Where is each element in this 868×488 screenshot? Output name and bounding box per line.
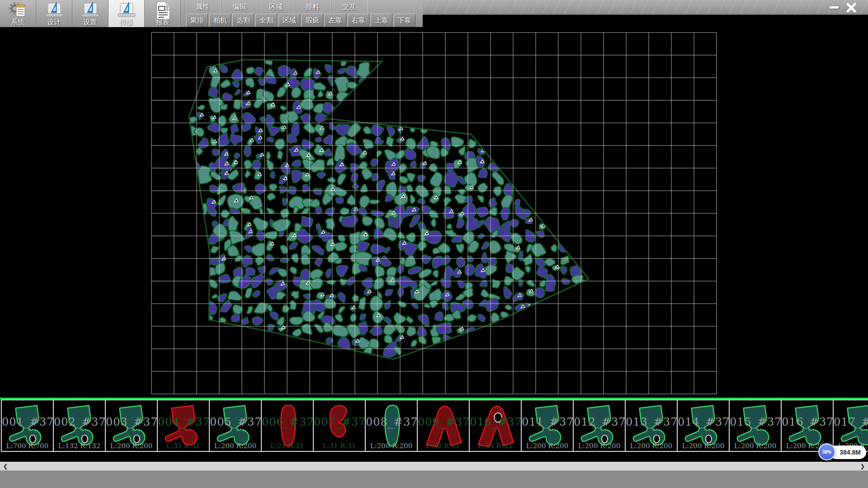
menu-tab-properties[interactable]: 属性: [184, 1, 221, 13]
part-shape: [212, 401, 259, 450]
menu-tab-edit[interactable]: 编辑: [221, 1, 258, 13]
part-shape: [420, 401, 467, 450]
app-tab-report[interactable]: 报表: [145, 0, 181, 27]
part-thumbnail-15[interactable]: 015_#37L:200 R:200: [729, 399, 782, 452]
app-tab-system[interactable]: 系统: [0, 0, 36, 27]
part-shape: [316, 401, 363, 450]
part-thumbnail-7[interactable]: 007_#37L:31 R:31: [313, 399, 366, 452]
menu-tab-region[interactable]: 区域: [258, 1, 294, 13]
app-tab-bar: 系统设计设置排版报表: [0, 0, 181, 27]
part-thumbnail-12[interactable]: 012_#37L:200 R:200: [573, 399, 626, 452]
part-thumbnail-4[interactable]: 004_#37L:31 R:31: [157, 399, 210, 452]
horizontal-scrollbar[interactable]: ❮ ❯: [0, 462, 868, 470]
tool-button-defect[interactable]: 瑕疵: [302, 14, 323, 27]
part-shape: [783, 401, 831, 450]
part-shape: [264, 401, 311, 450]
menu-bar: 属性编辑区域排料交互: [184, 1, 368, 13]
percent-circle: 38%: [818, 443, 835, 460]
nesting-canvas[interactable]: [0, 15, 868, 398]
app-tab-label: 设置: [72, 18, 108, 27]
part-thumbnail-11[interactable]: 011_#37L:200 R:200: [521, 399, 574, 452]
minimize-icon: [830, 6, 839, 9]
scroll-left-icon[interactable]: ❮: [0, 462, 11, 471]
canvas-svg: [0, 15, 868, 398]
tool-button-snap-right[interactable]: 右靠: [348, 14, 369, 27]
tool-button-snap-left[interactable]: 左靠: [325, 14, 346, 27]
tool-button-camera[interactable]: 相机: [209, 14, 231, 27]
tool-button-select-cut[interactable]: 选割: [232, 14, 254, 27]
part-shape: [835, 401, 868, 450]
close-button[interactable]: [844, 1, 858, 14]
app-tab-label: 设计: [36, 18, 72, 27]
part-shape: [56, 401, 104, 450]
app-tab-label: 排版: [108, 18, 144, 27]
part-shape: [731, 401, 779, 450]
tool-bar: 聚排相机选割全割区域瑕疵左靠右靠上靠下靠: [186, 14, 417, 27]
part-thumbnail-14[interactable]: 014_#37L:200 R:200: [677, 399, 730, 452]
app-tab-nesting[interactable]: 排版: [108, 0, 145, 27]
part-shape: [368, 401, 415, 450]
scroll-right-icon[interactable]: ❯: [857, 462, 868, 471]
app-tab-design[interactable]: 设计: [36, 0, 72, 27]
part-shape: [4, 401, 52, 450]
tool-button-cut-all[interactable]: 全割: [255, 14, 277, 27]
menu-tab-nest[interactable]: 排料: [294, 1, 331, 13]
part-shape: [472, 401, 519, 450]
status-bar: [0, 470, 868, 488]
tool-button-snap-top[interactable]: 上靠: [371, 14, 392, 27]
part-shape: [524, 401, 571, 450]
tool-button-region[interactable]: 区域: [278, 14, 300, 27]
tool-button-snap-bottom[interactable]: 下靠: [394, 14, 415, 27]
part-thumbnail-2[interactable]: 002_#37L:132 R:132: [53, 399, 106, 452]
tool-button-cluster-nest[interactable]: 聚排: [186, 14, 208, 27]
menu-tab-interact[interactable]: 交互: [331, 1, 368, 13]
part-shape: [679, 401, 727, 450]
part-thumbnail-6[interactable]: 006_#37L:21 R:21: [261, 399, 314, 452]
part-thumbnail-13[interactable]: 013_#37L:200 R:200: [625, 399, 678, 452]
application-window: 系统设计设置排版报表 属性编辑区域排料交互 聚排相机选割全割区域瑕疵左靠右靠上靠…: [0, 0, 868, 488]
part-shape: [576, 401, 623, 450]
part-thumbnail-8[interactable]: 008_#37L:200 R:200: [365, 399, 418, 452]
app-tab-label: 系统: [0, 18, 36, 27]
app-tab-settings[interactable]: 设置: [72, 0, 108, 27]
part-thumbnail-1[interactable]: 001_#37L:700 R:700: [1, 399, 54, 452]
part-thumbnail-9[interactable]: 009_#37L:32 R:31: [417, 399, 470, 452]
part-shape: [108, 401, 156, 450]
memory-usage-badge[interactable]: 384.8M 38%: [818, 443, 868, 461]
app-tab-label: 报表: [145, 18, 180, 27]
close-icon: [846, 3, 856, 13]
part-thumbnail-5[interactable]: 005_#37L:200 R:200: [209, 399, 262, 452]
part-thumbnail-10[interactable]: 010_#37L:33 R:33: [469, 399, 522, 452]
minimize-button[interactable]: [827, 1, 841, 14]
part-shape: [627, 401, 675, 450]
part-shape: [160, 401, 208, 450]
part-thumbnail-3[interactable]: 003_#37L:200 R:200: [105, 399, 158, 452]
parts-thumbnail-strip: 001_#37L:700 R:700002_#37L:132 R:132003_…: [0, 398, 868, 453]
